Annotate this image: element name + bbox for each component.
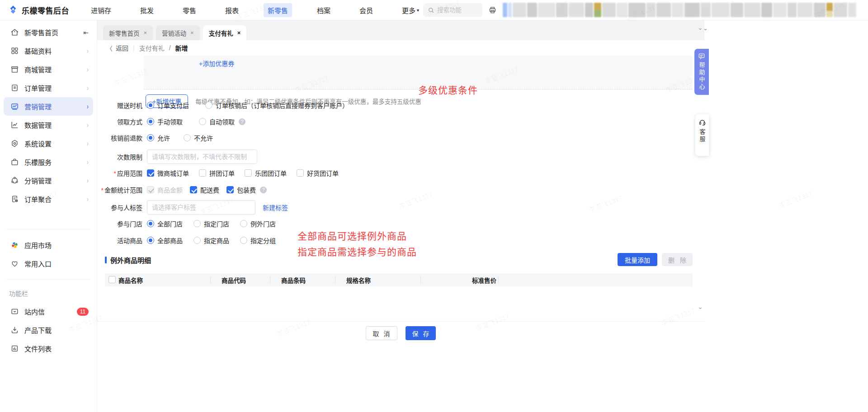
scroll-chevron-down-icon[interactable]: ⌄ xyxy=(698,303,703,310)
delete-button[interactable]: 删 除 xyxy=(662,253,693,266)
sidebar-item-home[interactable]: 新零售首页 ⇤ xyxy=(4,23,93,42)
help-chat-icon xyxy=(698,52,705,60)
sidebar-item-lemon-service[interactable]: 乐檬服务 › xyxy=(4,153,93,171)
sidebar-item-app-market[interactable]: 应用市场 xyxy=(4,236,93,254)
customer-service-tab[interactable]: 客服 xyxy=(695,114,709,156)
home-icon xyxy=(10,28,19,37)
sidebar-item-mall-mgmt[interactable]: 商城管理 › xyxy=(4,60,93,79)
sidebar-item-order-aggregate[interactable]: 订单聚合 › xyxy=(4,190,93,208)
sidebar-item-product-download[interactable]: 产品下载 xyxy=(4,321,93,339)
checkbox-option-haohuotuan[interactable]: 好货团订单 xyxy=(297,169,339,178)
sidebar-item-system-settings[interactable]: 系统设置 › xyxy=(4,134,93,153)
help-question-icon[interactable]: ? xyxy=(239,118,245,125)
option-label: 全部门店 xyxy=(157,219,183,228)
checkbox-option-delivery-fee[interactable]: 配送费 xyxy=(190,185,219,194)
rail-chevron-down-icon[interactable]: ⌄ xyxy=(698,24,703,31)
radio-option-all-stores[interactable]: 全部门店 xyxy=(147,219,183,228)
app-title: 乐檬零售后台 xyxy=(22,5,69,16)
sidebar-item-distribution-mgmt[interactable]: 分销管理 › xyxy=(4,171,93,190)
topnav-wholesale[interactable]: 批发 xyxy=(136,3,158,17)
topnav-inventory[interactable]: 进销存 xyxy=(87,3,115,17)
radio-checked-icon[interactable] xyxy=(147,102,154,109)
printer-icon[interactable] xyxy=(489,5,496,15)
app-logo[interactable]: 乐檬零售后台 xyxy=(0,5,80,16)
sidebar-item-data-mgmt[interactable]: 数据管理 › xyxy=(4,116,93,134)
sidebar-item-order-mgmt[interactable]: 订单管理 › xyxy=(4,79,93,97)
count-limit-input[interactable] xyxy=(147,150,257,164)
radio-unchecked-icon[interactable] xyxy=(205,102,212,109)
radio-unchecked-icon[interactable] xyxy=(199,118,206,125)
radio-checked-icon[interactable] xyxy=(147,134,154,141)
checkbox-option-packing-fee[interactable]: 包装费 ? xyxy=(226,185,267,194)
tab-payment-gift[interactable]: 支付有礼 × xyxy=(203,25,247,40)
radio-option-excluded-stores[interactable]: 例外门店 xyxy=(240,219,276,228)
radio-unchecked-icon[interactable] xyxy=(193,220,201,227)
topnav-members[interactable]: 会员 xyxy=(355,3,377,17)
function-search[interactable] xyxy=(423,3,482,17)
form-row-participant-tag: 参与人标签 新建标签 xyxy=(97,200,288,215)
save-button[interactable]: 保 存 xyxy=(406,326,436,340)
sidebar-item-favorites[interactable]: 常用入口 xyxy=(4,254,93,273)
heart-icon xyxy=(10,259,19,268)
select-all-checkbox[interactable] xyxy=(108,276,116,283)
close-icon[interactable]: × xyxy=(190,29,194,36)
tab-new-retail-home[interactable]: 新零售首页 × xyxy=(103,25,153,40)
radio-checked-icon[interactable] xyxy=(147,220,154,227)
checkbox-unchecked-icon[interactable] xyxy=(297,169,304,177)
topnav-new-retail[interactable]: 新零售 xyxy=(264,3,292,17)
sidebar-item-basic-data[interactable]: 基础资料 › xyxy=(4,42,93,60)
search-input[interactable] xyxy=(437,7,478,14)
create-tag-link[interactable]: 新建标签 xyxy=(263,203,288,212)
checkbox-checked-icon[interactable] xyxy=(226,186,234,193)
search-icon xyxy=(428,7,434,14)
checkbox-unchecked-icon[interactable] xyxy=(245,169,252,177)
back-button[interactable]: 〈 返回 xyxy=(106,43,128,52)
tab-marketing-activity[interactable]: 营销活动 × xyxy=(156,25,200,40)
sidebar-item-marketing-mgmt[interactable]: 营销管理 › xyxy=(4,97,93,116)
collapse-sidebar-icon[interactable]: ⇤ xyxy=(83,29,89,36)
radio-option-disallow[interactable]: 不允许 xyxy=(184,133,213,142)
help-center-tab[interactable]: 帮助中心 xyxy=(694,49,709,95)
radio-option-specified-stores[interactable]: 指定门店 xyxy=(193,219,229,228)
cancel-button[interactable]: 取 消 xyxy=(366,326,397,340)
topnav-retail[interactable]: 零售 xyxy=(179,3,200,17)
customer-tag-input[interactable] xyxy=(147,200,255,215)
radio-option-paid[interactable]: 订单支付后 xyxy=(147,101,189,110)
sidebar-item-inbox[interactable]: 站内信 11 xyxy=(4,302,93,321)
line-chart-icon xyxy=(10,121,19,130)
close-icon[interactable]: × xyxy=(237,29,241,36)
checkbox-option-group-buy[interactable]: 拼团订单 xyxy=(199,169,235,178)
topnav-archives[interactable]: 档案 xyxy=(313,3,335,17)
checkbox-checked-icon[interactable] xyxy=(147,169,154,177)
checkbox-checked-icon[interactable] xyxy=(190,186,197,193)
radio-unchecked-icon[interactable] xyxy=(184,134,191,141)
radio-option-manual[interactable]: 手动领取 xyxy=(147,117,183,126)
radio-checked-icon[interactable] xyxy=(147,237,154,244)
radio-option-verified[interactable]: 订单核销后（订单核销后直接赠券到客户账户） xyxy=(205,101,349,110)
topnav-more[interactable]: 更多 ▾ xyxy=(398,3,423,17)
checkbox-unchecked-icon[interactable] xyxy=(199,169,206,177)
table-header-row: 商品名称 商品代码 商品条码 规格名称 标准售价 xyxy=(105,273,693,286)
radio-option-all-products[interactable]: 全部商品 xyxy=(147,236,183,245)
form-row-refund-before: 核销前退款 允许 不允许 xyxy=(97,133,213,142)
main-area: 新零售首页 × 营销活动 × 支付有礼 × ⌄ 〈 返回 | 支付有礼 / 新增… xyxy=(97,20,704,412)
breadcrumb-divider: | xyxy=(133,44,135,52)
sidebar-item-file-list[interactable]: 文件列表 xyxy=(4,339,93,358)
radio-unchecked-icon[interactable] xyxy=(240,237,247,244)
radio-unchecked-icon[interactable] xyxy=(193,237,201,244)
checkbox-option-letuantuan[interactable]: 乐团团订单 xyxy=(245,169,287,178)
add-coupon-link[interactable]: +添加优惠券 xyxy=(199,59,234,68)
topnav-reports[interactable]: 报表 xyxy=(221,3,243,17)
radio-option-specified-products[interactable]: 指定商品 xyxy=(193,236,229,245)
radio-option-allow[interactable]: 允许 xyxy=(147,133,170,142)
help-question-icon[interactable]: ? xyxy=(260,187,267,193)
tab-list-chevron-down-icon[interactable]: ⌄ xyxy=(703,25,708,32)
radio-checked-icon[interactable] xyxy=(147,118,154,125)
checkbox-option-microshop[interactable]: 微商城订单 xyxy=(147,169,189,178)
radio-option-auto[interactable]: 自动领取 ? xyxy=(199,117,245,126)
close-icon[interactable]: × xyxy=(144,29,147,36)
sidebar-item-label: 商城管理 xyxy=(24,65,52,74)
radio-option-specified-group[interactable]: 指定分组 xyxy=(240,236,276,245)
radio-unchecked-icon[interactable] xyxy=(240,220,247,227)
batch-add-button[interactable]: 批量添加 xyxy=(618,253,657,266)
